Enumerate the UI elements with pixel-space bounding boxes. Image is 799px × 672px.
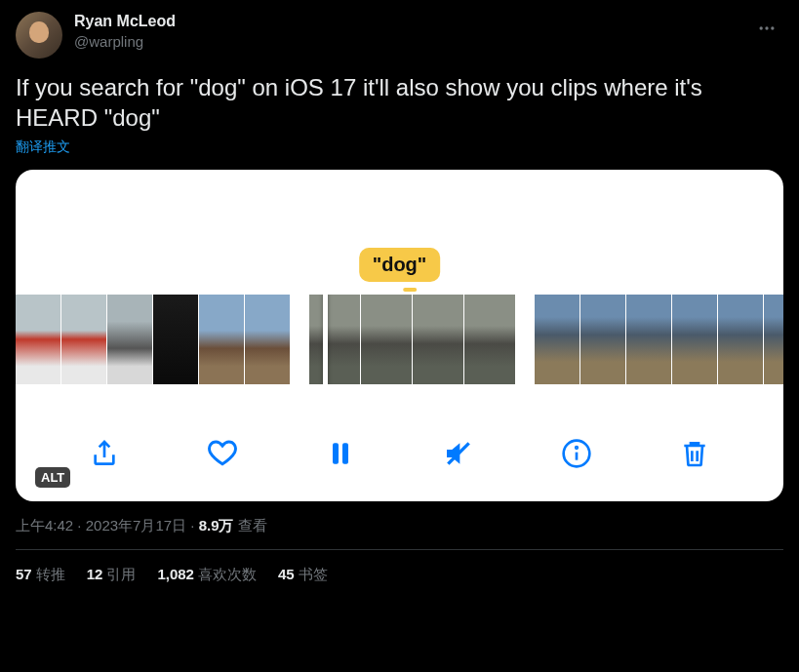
more-button[interactable] <box>750 12 783 45</box>
engagement-bar: 57转推 12引用 1,082喜欢次数 45书签 <box>16 550 783 584</box>
alt-badge[interactable]: ALT <box>35 467 70 488</box>
timeline-thumb <box>535 295 579 384</box>
svg-rect-3 <box>333 444 339 464</box>
timeline-thumb <box>16 295 60 384</box>
svg-point-2 <box>771 26 774 29</box>
views-label: 查看 <box>238 517 267 534</box>
timeline-thumb <box>361 295 412 384</box>
clip-group <box>535 295 783 384</box>
mute-button[interactable] <box>438 433 479 474</box>
info-button[interactable] <box>556 433 597 474</box>
timeline-thumb <box>199 295 244 384</box>
tweet-date: 2023年7月17日 <box>86 517 186 534</box>
playhead[interactable] <box>323 295 328 384</box>
clip-group-active <box>309 295 515 384</box>
player-controls <box>16 433 783 474</box>
bookmarks-stat[interactable]: 45书签 <box>278 566 328 584</box>
tweet-container: Ryan McLeod @warpling If you search for … <box>0 0 799 584</box>
clip-group <box>16 295 290 384</box>
timeline-thumb <box>672 295 717 384</box>
quotes-stat[interactable]: 12引用 <box>87 566 137 584</box>
timeline-thumb <box>245 295 290 384</box>
timeline-thumb <box>580 295 625 384</box>
views-count: 8.9万 <box>199 517 234 534</box>
tweet-header: Ryan McLeod @warpling <box>16 12 783 59</box>
tweet-meta[interactable]: 上午4:42 · 2023年7月17日 · 8.9万 查看 <box>16 517 783 535</box>
tweet-text: If you search for "dog" on iOS 17 it'll … <box>16 72 783 133</box>
retweets-stat[interactable]: 57转推 <box>16 566 65 584</box>
delete-button[interactable] <box>674 433 715 474</box>
meta-sep: · <box>73 517 86 534</box>
share-icon <box>89 438 120 469</box>
video-timeline[interactable] <box>16 295 783 384</box>
timeline-thumb <box>153 295 198 384</box>
display-name: Ryan McLeod <box>74 12 176 32</box>
translate-link[interactable]: 翻译推文 <box>16 138 70 156</box>
svg-point-1 <box>765 26 768 29</box>
svg-rect-4 <box>342 444 348 464</box>
timeline-thumb <box>107 295 152 384</box>
pause-button[interactable] <box>320 433 361 474</box>
likes-stat[interactable]: 1,082喜欢次数 <box>157 566 257 584</box>
pause-icon <box>325 438 356 469</box>
media-attachment[interactable]: "dog" <box>16 170 783 501</box>
author-block[interactable]: Ryan McLeod @warpling <box>74 12 176 51</box>
tweet-time: 上午4:42 <box>16 517 73 534</box>
like-button[interactable] <box>202 433 243 474</box>
svg-point-0 <box>760 26 763 29</box>
timeline-thumb <box>626 295 671 384</box>
meta-sep: · <box>186 517 199 534</box>
avatar[interactable] <box>16 12 62 59</box>
timeline-thumb <box>413 295 463 384</box>
speaker-mute-icon <box>443 438 474 469</box>
timeline-thumb <box>309 295 360 384</box>
info-icon <box>561 438 592 469</box>
svg-point-7 <box>576 448 578 450</box>
timeline-thumb <box>718 295 763 384</box>
caption-pill: "dog" <box>359 248 441 282</box>
timeline-thumb <box>464 295 515 384</box>
trash-icon <box>679 438 710 469</box>
timeline-thumb <box>61 295 106 384</box>
heart-icon <box>207 438 238 469</box>
more-icon <box>757 19 777 38</box>
share-button[interactable] <box>84 433 125 474</box>
handle: @warpling <box>74 32 176 52</box>
timeline-thumb <box>764 295 783 384</box>
